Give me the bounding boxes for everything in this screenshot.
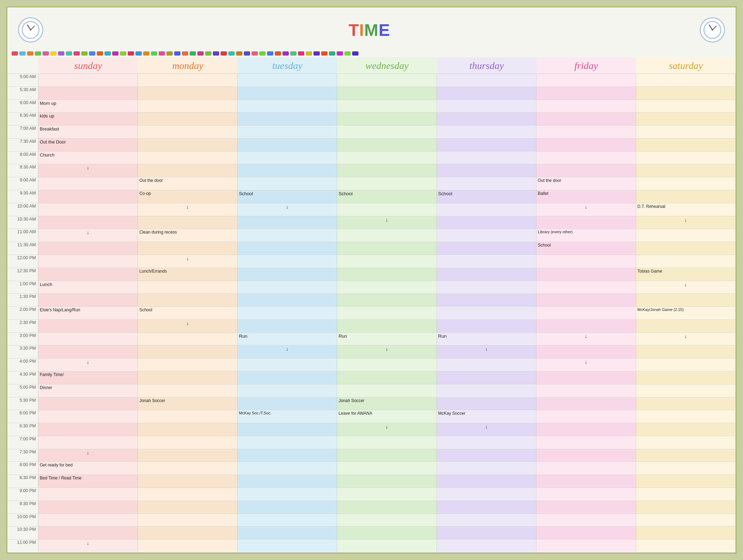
day-cell	[337, 358, 437, 371]
day-header-saturday: saturday	[636, 57, 736, 74]
day-cell	[636, 527, 736, 539]
day-cell	[337, 527, 437, 539]
day-cell	[337, 475, 437, 488]
day-cell	[536, 113, 636, 125]
time-label: 6:30 AM	[7, 113, 38, 125]
day-cell	[138, 242, 237, 255]
day-cell	[536, 100, 636, 113]
calendar-event: Family Time/	[40, 372, 64, 377]
day-cell: ↓	[437, 423, 536, 436]
day-cell: Lunch/Errands	[138, 268, 237, 281]
calendar-event: Dinner	[40, 385, 52, 390]
day-cell	[138, 488, 237, 501]
day-cell	[437, 164, 536, 177]
time-row: 1:30 PM	[7, 294, 736, 307]
day-cell	[536, 475, 636, 488]
time-row: 5:00 AM	[7, 74, 736, 87]
day-cell: D.T. Rehearsal	[636, 203, 736, 216]
day-cell	[536, 74, 636, 87]
time-row: 9:00 AMOut the doorOut the door	[7, 177, 736, 190]
time-label: 5:00 AM	[7, 74, 38, 87]
time-label: 11:30 AM	[7, 242, 38, 255]
day-cell	[138, 540, 237, 552]
day-cell: ↓	[38, 540, 138, 552]
day-cell	[237, 100, 337, 113]
day-cell	[38, 514, 138, 527]
time-label: 8:30 AM	[7, 164, 38, 177]
time-col-header	[7, 57, 38, 74]
day-cell	[536, 449, 636, 462]
day-cell	[38, 436, 138, 449]
day-cell: Lunch	[38, 281, 138, 294]
day-cell	[536, 501, 636, 514]
day-cell	[237, 164, 337, 177]
day-cell	[636, 540, 736, 552]
day-cell	[237, 527, 337, 539]
day-header-sunday: sunday	[38, 57, 138, 74]
color-dot	[58, 51, 64, 56]
day-cell	[38, 203, 138, 216]
day-cell	[636, 255, 736, 268]
day-cell	[536, 87, 636, 100]
day-cell	[437, 436, 536, 449]
color-dot	[282, 51, 289, 56]
day-cell	[636, 152, 736, 164]
day-cell: Breakfast	[38, 126, 138, 138]
color-dot	[174, 51, 180, 56]
day-cell	[536, 345, 636, 358]
day-cell	[337, 320, 437, 332]
day-cell: Out the door	[138, 177, 237, 190]
color-dot	[97, 51, 103, 56]
day-header-thursday: thursday	[437, 57, 536, 74]
clock-right	[700, 17, 725, 43]
color-dot	[120, 51, 126, 56]
day-cell	[237, 436, 337, 449]
day-cell	[536, 410, 636, 423]
day-cell	[237, 320, 337, 332]
day-cell	[636, 397, 736, 410]
day-cell	[536, 384, 636, 397]
day-cell	[138, 152, 237, 164]
dots-bar	[7, 50, 736, 57]
day-cell: ↓	[337, 423, 437, 436]
day-cell	[38, 345, 138, 358]
time-row: 9:00 PM	[7, 488, 736, 501]
time-row: 12:30 PMLunch/ErrandsTobias Game	[7, 268, 736, 281]
day-cell	[237, 177, 337, 190]
day-cell	[636, 87, 736, 100]
day-cell	[636, 126, 736, 138]
day-cell	[437, 540, 536, 552]
day-cell	[536, 488, 636, 501]
time-row: 8:00 AMChurch	[7, 152, 736, 165]
time-row: 4:00 PM↓↓	[7, 358, 736, 371]
color-dot	[321, 51, 328, 56]
time-label: 8:00 AM	[7, 152, 38, 164]
color-dot	[89, 51, 95, 56]
day-cell: Elsie's Nap/Lang/Run	[38, 307, 138, 319]
color-dot	[290, 51, 297, 56]
day-cell	[536, 268, 636, 281]
day-cell: kids up	[38, 113, 138, 125]
day-cell	[636, 294, 736, 306]
time-row: 6:00 PMMcKay Soc./T.Soc.Leave for AWANAM…	[7, 410, 736, 423]
color-dot	[228, 51, 235, 56]
color-dot	[337, 51, 343, 56]
letter-T: T	[349, 21, 359, 39]
time-label: 5:00 PM	[7, 384, 38, 397]
day-cell: Out the Door	[38, 139, 138, 151]
day-cell: School	[337, 190, 437, 203]
color-dot	[267, 51, 273, 56]
day-cell	[636, 423, 736, 436]
calendar-event: Mom up	[40, 101, 56, 106]
day-cell	[636, 410, 736, 423]
calendar-event: McKay/Jonah Game (2:15)	[637, 307, 684, 312]
arrow-indicator: ↓	[585, 359, 587, 365]
arrow-indicator: ↓	[87, 230, 89, 235]
arrow-indicator: ↓	[585, 204, 587, 210]
time-label: 2:00 PM	[7, 307, 38, 319]
letter-I: I	[359, 21, 364, 39]
day-cell: ↓	[237, 203, 337, 216]
time-label: 9:00 PM	[7, 488, 38, 501]
calendar-event: Bed Time / Read Time	[40, 476, 82, 481]
day-cell	[38, 320, 138, 332]
